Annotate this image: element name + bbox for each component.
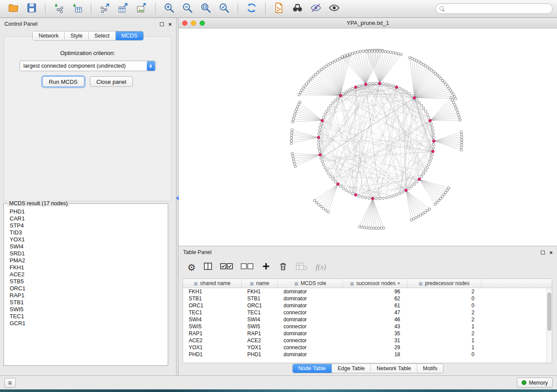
tab-style[interactable]: Style	[65, 31, 89, 40]
zoom-out-button[interactable]	[179, 2, 196, 16]
mcds-node-item[interactable]: RAP1	[5, 292, 167, 299]
table-header-row: ▦shared name▦name▦MCDS role▦successor no…	[183, 279, 552, 288]
table-row[interactable]: SWI4SWI4dominator462	[183, 316, 552, 323]
mcds-node-item[interactable]: PMA2	[5, 257, 167, 264]
plus-icon	[261, 261, 271, 273]
show-columns-button[interactable]	[203, 261, 213, 273]
table-row[interactable]: ACE2ACE2connector311	[183, 337, 552, 344]
column-label: MCDS role	[301, 279, 326, 288]
hide-selected-button[interactable]	[307, 2, 325, 16]
column-type-icon: ▦	[419, 279, 422, 288]
table-row[interactable]: TEC1TEC1connector472	[183, 309, 552, 316]
mcds-tab-content: Optimization criterion: largest connecte…	[3, 36, 172, 201]
network-canvas[interactable]	[179, 28, 557, 245]
column-header-shared-name[interactable]: ▦shared name	[183, 279, 242, 288]
zoom-selected-button[interactable]	[215, 2, 233, 16]
network-graph[interactable]	[179, 28, 557, 245]
cell-successor-nodes: 46	[343, 316, 407, 323]
dropdown-stepper-icon	[147, 61, 155, 71]
tab-select[interactable]: Select	[89, 31, 116, 40]
control-panel-header: Control Panel ×	[0, 18, 176, 30]
float-panel-icon[interactable]	[160, 22, 164, 26]
export-table-button[interactable]	[114, 2, 132, 16]
mcds-node-item[interactable]: CAR1	[5, 215, 167, 222]
apply-layout-button[interactable]	[243, 2, 260, 16]
search-network-button[interactable]	[289, 2, 306, 16]
zoom-in-button[interactable]	[160, 2, 178, 16]
tab-network[interactable]: Network	[33, 31, 65, 40]
column-header-MCDS-role[interactable]: ▦MCDS role	[278, 279, 343, 288]
table-row[interactable]: YOX1YOX1connector291	[183, 344, 552, 351]
table-row[interactable]: STB1STB1dominator620	[183, 295, 552, 302]
column-type-icon: ▦	[194, 279, 197, 288]
open-file-button[interactable]	[4, 2, 22, 16]
delete-column-button[interactable]	[278, 261, 288, 273]
cell-predecessor-nodes: 1	[407, 337, 481, 344]
save-session-button[interactable]	[23, 2, 40, 16]
criterion-dropdown[interactable]: largest connected component (undirected)	[20, 61, 156, 71]
column-header-name[interactable]: ▦name	[242, 279, 278, 288]
close-panel-icon[interactable]: ×	[168, 21, 172, 27]
eye-icon	[329, 2, 340, 15]
mcds-node-item[interactable]: TID3	[5, 229, 167, 236]
tab-network-table[interactable]: Network Table	[371, 364, 417, 373]
column-label: shared name	[200, 279, 231, 288]
tab-mcds[interactable]: MCDS	[116, 31, 143, 40]
create-column-button[interactable]	[261, 261, 271, 273]
control-panel-tabs: NetworkStyleSelectMCDS	[32, 31, 143, 41]
mcds-node-item[interactable]: STP4	[5, 222, 167, 229]
panel-menu-button[interactable]: ≡	[4, 378, 16, 388]
column-header-predecessor-nodes[interactable]: ▦predecessor nodes	[407, 279, 481, 288]
toolbar-separator	[265, 3, 266, 14]
mcds-node-item[interactable]: STB1	[5, 299, 167, 306]
show-all-button[interactable]	[325, 2, 343, 16]
export-image-button[interactable]	[133, 2, 150, 16]
mcds-node-item[interactable]: YOX1	[5, 236, 167, 243]
column-label: successor nodes	[356, 279, 395, 288]
select-all-rows-button[interactable]	[220, 261, 233, 273]
tab-node-table[interactable]: Node Table	[293, 364, 332, 373]
run-mcds-button[interactable]: Run MCDS	[42, 76, 84, 87]
mcds-node-item[interactable]: PHD1	[5, 208, 167, 215]
memory-button[interactable]: Memory	[517, 378, 553, 388]
table-scrollbar[interactable]	[547, 288, 552, 363]
mcds-node-item[interactable]: FKH1	[5, 264, 167, 271]
close-panel-icon[interactable]: ×	[549, 250, 553, 255]
clone-network-button[interactable]	[270, 2, 288, 16]
zoom-fit-button[interactable]	[197, 2, 214, 16]
cell-name: SWI5	[242, 323, 278, 330]
search-input[interactable]	[447, 6, 549, 12]
export-network-button[interactable]	[96, 2, 114, 16]
table-row[interactable]: FKH1FKH1dominator962	[183, 288, 552, 295]
cell-successor-nodes: 61	[343, 302, 407, 309]
cell-name: STB1	[242, 295, 278, 302]
mcds-node-item[interactable]: ORC1	[5, 285, 167, 292]
scrollbar-thumb[interactable]	[547, 292, 551, 331]
mcds-node-item[interactable]: STB5	[5, 278, 167, 285]
import-network-button[interactable]	[50, 2, 68, 16]
table-settings-button[interactable]: ⚙	[187, 263, 196, 272]
search-icon	[439, 6, 445, 11]
tab-motifs[interactable]: Motifs	[417, 364, 443, 373]
mcds-node-item[interactable]: GCR1	[5, 320, 167, 327]
network-window-titlebar[interactable]: YPA_prune.txt_1	[179, 18, 557, 28]
mcds-node-item[interactable]: SRD1	[5, 250, 167, 257]
table-row[interactable]: PHD1PHD1dominator180	[183, 351, 552, 358]
mcds-node-item[interactable]: SWI4	[5, 243, 167, 250]
mcds-node-item[interactable]: SWI5	[5, 306, 167, 313]
tab-edge-table[interactable]: Edge Table	[332, 364, 371, 373]
deselect-all-rows-button[interactable]	[241, 261, 254, 273]
mcds-node-item[interactable]: TEC1	[5, 313, 167, 320]
float-panel-icon[interactable]	[541, 251, 545, 254]
table-row[interactable]: SWI5SWI5connector431	[183, 323, 552, 330]
table-row[interactable]: ORC1ORC1dominator610	[183, 302, 552, 309]
toolbar-separator	[155, 3, 156, 14]
network-window-title: YPA_prune.txt_1	[179, 20, 557, 26]
function-builder-button: f(x)	[316, 263, 326, 272]
floppy-disk-icon	[26, 2, 37, 15]
close-panel-button[interactable]: Close panel	[90, 76, 133, 87]
import-table-button[interactable]	[69, 2, 86, 16]
column-header-successor-nodes[interactable]: ▦successor nodes▾	[343, 279, 407, 288]
mcds-node-item[interactable]: ACE2	[5, 271, 167, 278]
table-row[interactable]: RAP1RAP1dominator352	[183, 330, 552, 337]
